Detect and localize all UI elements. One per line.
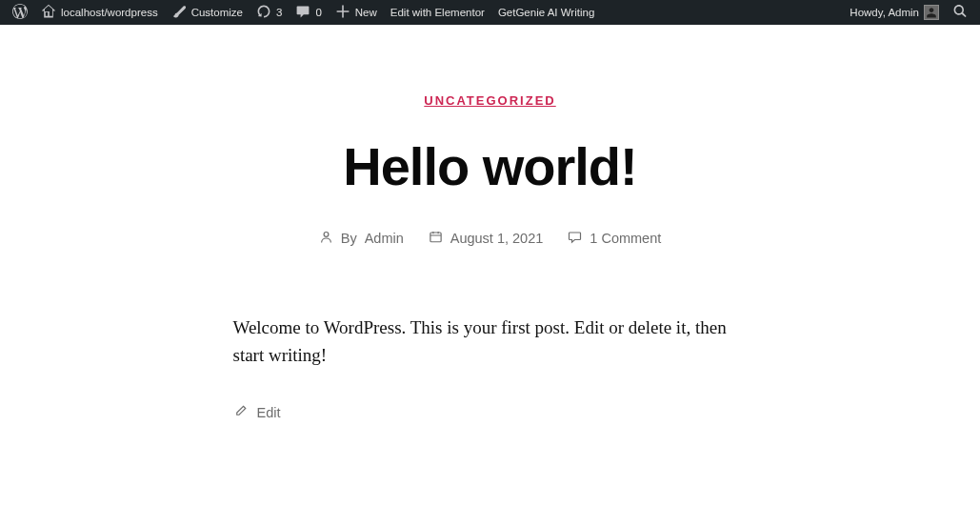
edit-post-link[interactable]: Edit [233,404,748,421]
post-category-link[interactable]: UNCATEGORIZED [424,93,555,108]
customize-link[interactable]: Customize [165,0,250,25]
wordpress-logo-icon [12,4,28,21]
author-link[interactable]: Admin [365,231,404,246]
widget-area: Search [0,421,980,507]
comments-link[interactable]: 0 [289,0,328,25]
getgenie-link[interactable]: GetGenie AI Writing [491,0,601,25]
search-icon [952,4,968,21]
post-meta: By Admin August 1, 2021 1 Comment [176,230,805,247]
site-url-label: localhost/wordpress [61,7,158,18]
home-icon [41,4,56,21]
paintbrush-icon [171,4,187,21]
svg-point-0 [324,232,329,236]
calendar-icon [429,230,443,247]
edit-elementor-label: Edit with Elementor [390,7,485,18]
comment-icon [295,4,310,21]
post-comments-meta: 1 Comment [568,230,661,247]
adminbar-left: localhost/wordpress Customize 3 0 New [6,0,601,25]
edit-label: Edit [257,405,281,420]
post-title: Hello world! [176,135,805,197]
update-icon [256,4,271,21]
new-content-menu[interactable]: New [329,0,384,25]
post-content: Welcome to WordPress. This is your first… [214,314,767,421]
site-name-menu[interactable]: localhost/wordpress [34,0,165,25]
my-account-menu[interactable]: Howdy, Admin [843,0,946,25]
comments-count: 0 [315,7,321,18]
search-toggle[interactable] [946,0,974,25]
wp-admin-bar: localhost/wordpress Customize 3 0 New [0,0,980,25]
plus-icon [335,4,350,21]
updates-count: 3 [276,7,282,18]
updates-link[interactable]: 3 [250,0,289,25]
post-date: August 1, 2021 [450,231,544,246]
wp-logo-menu[interactable] [6,0,34,25]
post-date-meta: August 1, 2021 [429,230,544,247]
comments-link[interactable]: 1 Comment [590,231,661,246]
person-icon [319,230,333,247]
comment-outline-icon [568,230,582,247]
avatar [924,5,939,20]
edit-elementor-link[interactable]: Edit with Elementor [384,0,491,25]
post-header: UNCATEGORIZED Hello world! By Admin Augu… [157,25,824,285]
greeting-label: Howdy, Admin [850,7,919,18]
adminbar-right: Howdy, Admin [843,0,974,25]
getgenie-label: GetGenie AI Writing [498,7,594,18]
svg-rect-1 [430,233,441,242]
by-label: By [341,231,357,246]
new-label: New [355,7,377,18]
customize-label: Customize [191,7,243,18]
post-author-meta: By Admin [319,230,404,247]
post-body-paragraph: Welcome to WordPress. This is your first… [233,314,748,370]
edit-icon [233,404,248,421]
